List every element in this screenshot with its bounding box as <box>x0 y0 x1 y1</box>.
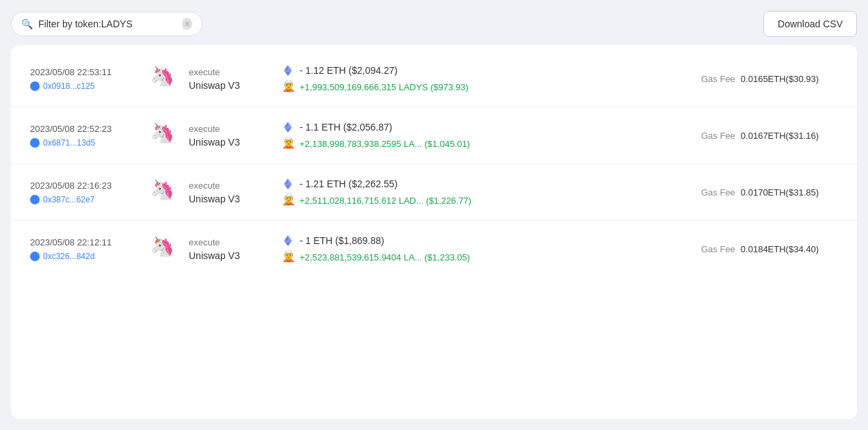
unicorn-icon-2: 🦄 <box>150 179 174 200</box>
table-row: 2023/05/08 22:12:11 0xc326...842d 🦄 exec… <box>11 221 857 277</box>
tx-hash-3[interactable]: 0xc326...842d <box>30 252 140 261</box>
tx-action-0: execute Uniswap V3 <box>189 67 257 91</box>
hash-dot-icon-3 <box>30 252 40 261</box>
eth-amount-row-0: - 1.12 ETH ($2,094.27) <box>282 64 690 77</box>
token-amount-text-2: +2,511,028,116,715.612 LAD... ($1,226.77… <box>300 196 471 206</box>
tx-hash-text-3: 0xc326...842d <box>43 252 94 261</box>
tx-meta-3: 2023/05/08 22:12:11 0xc326...842d <box>30 237 140 261</box>
table-row: 2023/05/08 22:53:11 0x0918...c125 🦄 exec… <box>11 51 857 107</box>
gas-value-2: 0.0170ETH($31.85) <box>741 187 819 198</box>
token-amount-text-3: +2,523,881,539,615.9404 LA... ($1,233.05… <box>300 252 470 263</box>
tx-amounts-1: - 1.1 ETH ($2,056.87) 🧝 +2,138,998,783,9… <box>268 121 690 150</box>
gas-value-1: 0.0167ETH($31.16) <box>741 131 819 141</box>
gas-section-1: Gas Fee 0.0167ETH($31.16) <box>701 131 838 141</box>
tx-action-name-3: Uniswap V3 <box>189 250 257 261</box>
eth-icon-1 <box>282 121 294 133</box>
eth-icon-0 <box>282 64 294 77</box>
tx-date-2: 2023/05/08 22:16:23 <box>30 180 140 191</box>
eth-icon-2 <box>282 178 294 190</box>
token-amount-row-1: 🧝 +2,138,998,783,938.2595 LA... ($1,045.… <box>282 137 690 150</box>
token-amount-row-3: 🧝 +2,523,881,539,615.9404 LA... ($1,233.… <box>282 251 690 263</box>
tx-date-0: 2023/05/08 22:53:11 <box>30 67 140 77</box>
top-bar: 🔍 ✕ Download CSV <box>11 11 857 37</box>
tx-amounts-0: - 1.12 ETH ($2,094.27) 🧝 +1,993,509,169,… <box>268 64 690 93</box>
gas-label-1: Gas Fee <box>701 131 735 141</box>
token-amount-text-1: +2,138,998,783,938.2595 LA... ($1,045.01… <box>300 139 470 149</box>
gas-section-3: Gas Fee 0.0184ETH($34.40) <box>701 244 838 254</box>
tx-action-label-3: execute <box>189 237 257 247</box>
tx-hash-0[interactable]: 0x0918...c125 <box>30 81 140 91</box>
tx-action-name-2: Uniswap V3 <box>189 193 257 204</box>
tx-action-label-1: execute <box>189 124 257 134</box>
eth-amount-row-2: - 1.21 ETH ($2,262.55) <box>282 178 690 190</box>
eth-amount-row-1: - 1.1 ETH ($2,056.87) <box>282 121 690 133</box>
lady-icon-0: 🧝 <box>282 81 294 93</box>
token-amount-text-0: +1,993,509,169,666,315 LADYS ($973.93) <box>300 82 469 92</box>
gas-label-0: Gas Fee <box>701 74 735 84</box>
eth-amount-text-3: - 1 ETH ($1,869.88) <box>300 235 384 246</box>
eth-icon-3 <box>282 234 294 247</box>
tx-protocol-icon-3: 🦄 <box>150 235 178 263</box>
tx-hash-text-0: 0x0918...c125 <box>43 81 94 91</box>
tx-amounts-3: - 1 ETH ($1,869.88) 🧝 +2,523,881,539,615… <box>268 234 690 263</box>
eth-amount-row-3: - 1 ETH ($1,869.88) <box>282 234 690 247</box>
tx-action-name-0: Uniswap V3 <box>189 80 257 91</box>
lady-icon-2: 🧝 <box>282 194 294 206</box>
tx-hash-text-2: 0x387c...62e7 <box>43 195 94 204</box>
tx-meta-1: 2023/05/08 22:52:23 0x6871...13d5 <box>30 124 140 148</box>
tx-action-label-2: execute <box>189 180 257 191</box>
token-amount-row-0: 🧝 +1,993,509,169,666,315 LADYS ($973.93) <box>282 81 690 93</box>
tx-protocol-icon-2: 🦄 <box>150 178 178 206</box>
lady-icon-1: 🧝 <box>282 137 294 150</box>
eth-amount-text-0: - 1.12 ETH ($2,094.27) <box>300 65 397 76</box>
tx-hash-1[interactable]: 0x6871...13d5 <box>30 138 140 148</box>
tx-amounts-2: - 1.21 ETH ($2,262.55) 🧝 +2,511,028,116,… <box>268 178 690 206</box>
tx-date-3: 2023/05/08 22:12:11 <box>30 237 140 247</box>
gas-value-3: 0.0184ETH($34.40) <box>741 244 819 254</box>
tx-date-1: 2023/05/08 22:52:23 <box>30 124 140 134</box>
table-row: 2023/05/08 22:52:23 0x6871...13d5 🦄 exec… <box>11 107 857 164</box>
hash-dot-icon-2 <box>30 195 40 204</box>
download-csv-button[interactable]: Download CSV <box>763 11 857 37</box>
gas-section-2: Gas Fee 0.0170ETH($31.85) <box>701 187 838 198</box>
tx-meta-2: 2023/05/08 22:16:23 0x387c...62e7 <box>30 180 140 204</box>
eth-amount-text-1: - 1.1 ETH ($2,056.87) <box>300 122 392 133</box>
transactions-card: 2023/05/08 22:53:11 0x0918...c125 🦄 exec… <box>11 45 857 419</box>
tx-action-label-0: execute <box>189 67 257 77</box>
gas-label-3: Gas Fee <box>701 244 735 254</box>
gas-value-0: 0.0165ETH($30.93) <box>741 74 819 84</box>
clear-icon[interactable]: ✕ <box>182 18 192 30</box>
gas-section-0: Gas Fee 0.0165ETH($30.93) <box>701 74 838 84</box>
tx-protocol-icon-0: 🦄 <box>150 65 178 92</box>
search-input[interactable] <box>38 18 176 29</box>
tx-protocol-icon-1: 🦄 <box>150 122 178 149</box>
tx-meta-0: 2023/05/08 22:53:11 0x0918...c125 <box>30 67 140 91</box>
tx-action-2: execute Uniswap V3 <box>189 180 257 204</box>
tx-action-1: execute Uniswap V3 <box>189 124 257 148</box>
unicorn-icon-1: 🦄 <box>150 122 174 144</box>
lady-icon-3: 🧝 <box>282 251 294 263</box>
tx-hash-text-1: 0x6871...13d5 <box>43 138 95 148</box>
unicorn-icon-0: 🦄 <box>150 66 174 87</box>
tx-hash-2[interactable]: 0x387c...62e7 <box>30 195 140 204</box>
tx-action-3: execute Uniswap V3 <box>189 237 257 261</box>
hash-dot-icon-0 <box>30 81 40 91</box>
eth-amount-text-2: - 1.21 ETH ($2,262.55) <box>300 178 397 189</box>
token-amount-row-2: 🧝 +2,511,028,116,715.612 LAD... ($1,226.… <box>282 194 690 206</box>
search-icon: 🔍 <box>21 18 33 29</box>
gas-label-2: Gas Fee <box>701 187 735 198</box>
hash-dot-icon-1 <box>30 138 40 148</box>
table-row: 2023/05/08 22:16:23 0x387c...62e7 🦄 exec… <box>11 164 857 221</box>
tx-action-name-1: Uniswap V3 <box>189 137 257 148</box>
unicorn-icon-3: 🦄 <box>150 236 174 257</box>
search-box[interactable]: 🔍 ✕ <box>11 12 202 36</box>
